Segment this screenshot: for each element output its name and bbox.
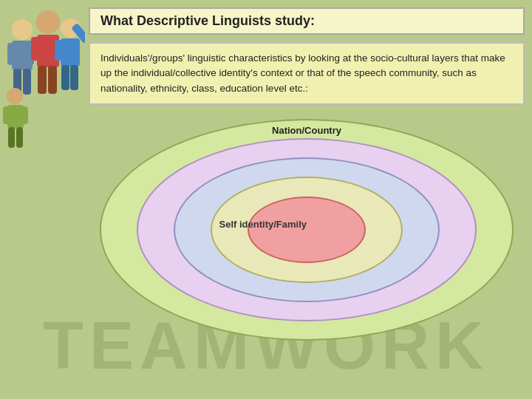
svg-rect-11 [48,66,57,94]
svg-rect-10 [38,66,47,94]
description-box: Individuals'/groups' linguistic characte… [89,42,525,105]
main-content: What Descriptive Linguists study: Indivi… [89,7,525,392]
svg-rect-2 [7,43,16,65]
circle-self: Self identity/Family [248,197,366,263]
svg-point-6 [36,10,60,34]
svg-rect-23 [16,127,23,148]
concentric-circles-diagram: Nation/Country Regional/ dialects/ethnic… [89,115,525,344]
description-text: Individuals'/groups' linguistic characte… [100,52,505,94]
self-label: Self identity/Family [219,219,307,230]
circle-social: Social status/cultural/Class patterns Ed… [174,157,440,302]
title-box: What Descriptive Linguists study: [89,7,525,35]
circle-regional: Regional/ dialects/ethnicity Social stat… [137,138,477,321]
svg-rect-20 [3,106,10,124]
svg-rect-5 [23,69,31,95]
circle-nation: Nation/Country Regional/ dialects/ethnic… [100,119,514,341]
title-text: What Descriptive Linguists study: [100,13,315,28]
nation-label: Nation/Country [272,125,341,136]
svg-rect-8 [31,37,41,61]
people-illustration [0,0,85,399]
svg-point-0 [12,19,33,40]
circle-education: Education Self identity/Family [211,177,403,283]
svg-point-18 [7,88,23,104]
svg-rect-16 [61,65,69,90]
svg-rect-21 [21,106,28,124]
svg-rect-22 [8,127,15,148]
svg-rect-17 [70,65,78,90]
svg-rect-14 [55,40,64,61]
